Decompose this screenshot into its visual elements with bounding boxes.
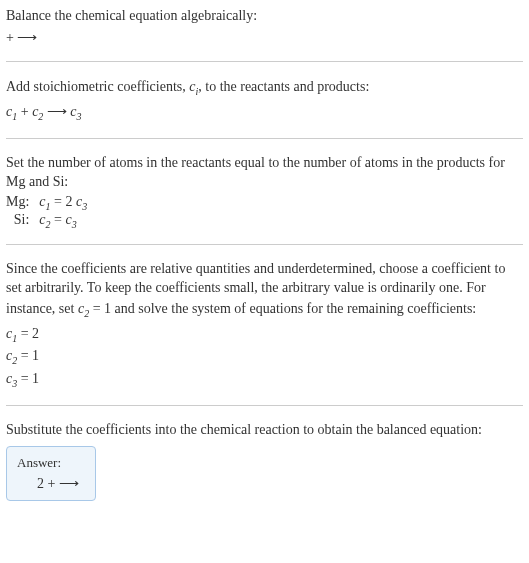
mg-mid: = 2 <box>51 194 76 209</box>
stoich-text: Add stoichiometric coefficients, ci, to … <box>6 76 523 99</box>
plus-1: + <box>17 104 32 119</box>
atom-row-mg: Mg: c1 = 2 c3 <box>6 194 87 212</box>
atom-label-si: Si: <box>6 212 39 230</box>
stoich-suffix: , to the reactants and products: <box>198 79 369 94</box>
intro-equation-text: + ⟶ <box>6 30 37 45</box>
stoich-prefix: Add stoichiometric coefficients, <box>6 79 189 94</box>
coef-1: c1 = 2 <box>6 323 523 346</box>
section-atoms: Set the number of atoms in the reactants… <box>6 153 523 230</box>
coef-list: c1 = 2 c2 = 1 c3 = 1 <box>6 323 523 391</box>
atom-eq-si: c2 = c3 <box>39 212 87 230</box>
arrow-1: ⟶ <box>43 104 70 119</box>
atom-label-mg: Mg: <box>6 194 39 212</box>
atom-row-si: Si: c2 = c3 <box>6 212 87 230</box>
atom-table: Mg: c1 = 2 c3 Si: c2 = c3 <box>6 194 87 230</box>
coef1-val: = 2 <box>17 326 39 341</box>
coef2-val: = 1 <box>17 348 39 363</box>
answer-box: Answer: 2 + ⟶ <box>6 446 96 501</box>
mg-cright-sub: 3 <box>82 201 87 212</box>
divider-1 <box>6 61 523 62</box>
coef-3: c3 = 1 <box>6 368 523 391</box>
c3-sub: 3 <box>77 111 82 122</box>
divider-4 <box>6 405 523 406</box>
section-balance-intro: Balance the chemical equation algebraica… <box>6 6 523 47</box>
answer-intro: Substitute the coefficients into the che… <box>6 420 523 440</box>
atom-eq-mg: c1 = 2 c3 <box>39 194 87 212</box>
answer-label: Answer: <box>17 455 79 471</box>
stoich-equation: c1 + c2 ⟶ c3 <box>6 101 523 124</box>
section-solve: Since the coefficients are relative quan… <box>6 259 523 391</box>
solve-text: Since the coefficients are relative quan… <box>6 259 523 321</box>
coef-2: c2 = 1 <box>6 345 523 368</box>
atoms-text: Set the number of atoms in the reactants… <box>6 153 523 192</box>
answer-equation: 2 + ⟶ <box>17 475 79 492</box>
solve-text-b: = 1 and solve the system of equations fo… <box>89 301 476 316</box>
solve-c2: c2 <box>78 301 89 316</box>
si-mid: = <box>51 212 66 227</box>
ci-symbol: ci <box>189 79 198 94</box>
si-cright-sub: 3 <box>72 219 77 230</box>
divider-3 <box>6 244 523 245</box>
intro-text: Balance the chemical equation algebraica… <box>6 6 523 26</box>
section-answer: Substitute the coefficients into the che… <box>6 420 523 501</box>
coef3-val: = 1 <box>17 371 39 386</box>
intro-equation: + ⟶ <box>6 28 523 48</box>
section-stoich: Add stoichiometric coefficients, ci, to … <box>6 76 523 124</box>
divider-2 <box>6 138 523 139</box>
